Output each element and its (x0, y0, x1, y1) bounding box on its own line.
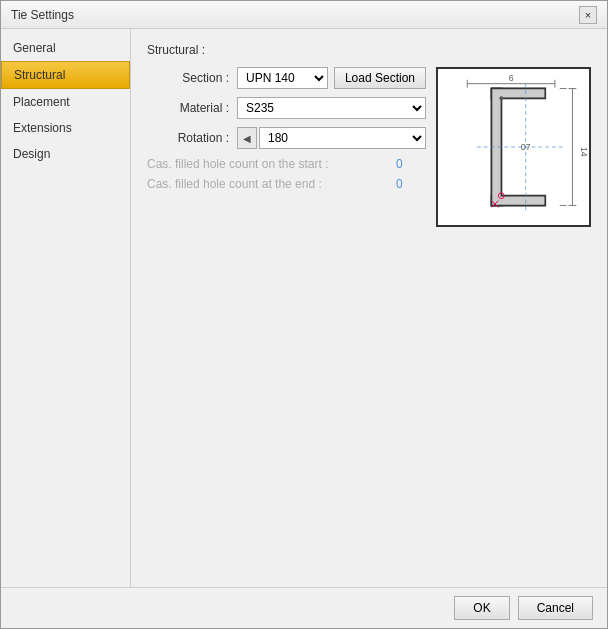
form-fields: Section : UPN 140 Load Section Material … (147, 67, 426, 227)
section-row: Section : UPN 140 Load Section (147, 67, 426, 89)
cas-end-value: 0 (396, 177, 426, 191)
material-row: Material : S235 (147, 97, 426, 119)
dialog-body: General Structural Placement Extensions … (1, 29, 607, 587)
rotation-row: Rotation : ◀ 180 0 90 270 (147, 127, 426, 149)
rotation-back-button[interactable]: ◀ (237, 127, 257, 149)
section-preview-svg: 6 14 (438, 69, 589, 225)
svg-point-14 (499, 96, 503, 100)
ok-button[interactable]: OK (454, 596, 509, 620)
material-label: Material : (147, 101, 237, 115)
material-select[interactable]: S235 (237, 97, 426, 119)
content-area: Structural : Section : UPN 140 Load Sect… (131, 29, 607, 587)
dialog-title: Tie Settings (11, 8, 74, 22)
sidebar-item-extensions[interactable]: Extensions (1, 115, 130, 141)
section-label: Section : (147, 71, 237, 85)
section-select[interactable]: UPN 140 (237, 67, 328, 89)
cas-start-value: 0 (396, 157, 426, 171)
form-area: Section : UPN 140 Load Section Material … (147, 67, 591, 227)
structural-section-title: Structural : (147, 43, 591, 57)
cas-start-row: Cas. filled hole count on the start : 0 (147, 157, 426, 171)
cas-end-row: Cas. filled hole count at the end : 0 (147, 177, 426, 191)
svg-text:14: 14 (579, 147, 589, 157)
sidebar-item-general[interactable]: General (1, 35, 130, 61)
cas-end-label: Cas. filled hole count at the end : (147, 177, 396, 191)
dialog-footer: OK Cancel (1, 587, 607, 628)
sidebar-item-design[interactable]: Design (1, 141, 130, 167)
sidebar-item-structural[interactable]: Structural (1, 61, 130, 89)
cancel-button[interactable]: Cancel (518, 596, 593, 620)
rotation-wrap: ◀ 180 0 90 270 (237, 127, 426, 149)
dialog-window: Tie Settings × General Structural Placem… (0, 0, 608, 629)
readonly-section: Cas. filled hole count on the start : 0 … (147, 157, 426, 191)
cas-start-label: Cas. filled hole count on the start : (147, 157, 396, 171)
close-button[interactable]: × (579, 6, 597, 24)
svg-text:6: 6 (509, 73, 514, 83)
sidebar-item-placement[interactable]: Placement (1, 89, 130, 115)
material-control: S235 (237, 97, 426, 119)
load-section-button[interactable]: Load Section (334, 67, 426, 89)
section-control: UPN 140 Load Section (237, 67, 426, 89)
rotation-control: ◀ 180 0 90 270 (237, 127, 426, 149)
title-bar: Tie Settings × (1, 1, 607, 29)
svg-text:07: 07 (521, 142, 531, 152)
sidebar: General Structural Placement Extensions … (1, 29, 131, 587)
rotation-label: Rotation : (147, 131, 237, 145)
rotation-select[interactable]: 180 0 90 270 (259, 127, 426, 149)
section-preview: 6 14 (436, 67, 591, 227)
